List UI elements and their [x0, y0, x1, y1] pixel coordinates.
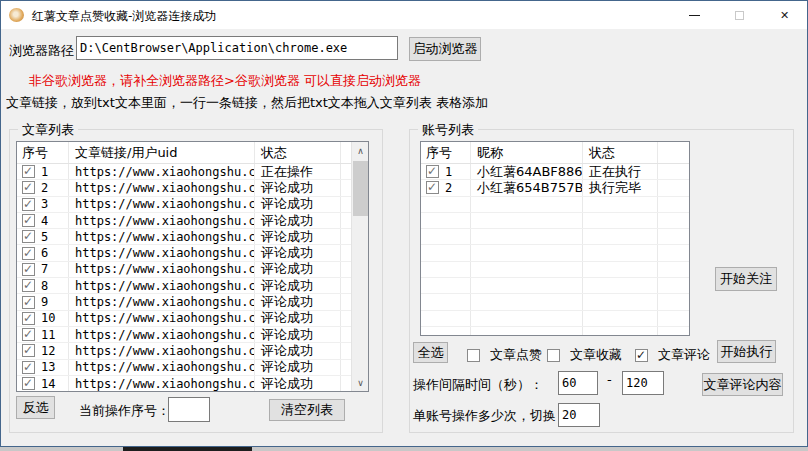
row-index: 9 [41, 295, 48, 309]
row-checkbox[interactable]: ✓ [22, 198, 35, 211]
article-row[interactable]: ✓13https://www.xiaohongshu.co...评论成功 [17, 360, 353, 376]
row-checkbox[interactable]: ✓ [22, 247, 35, 260]
row-status: 评论成功 [255, 278, 341, 293]
scroll-up-icon[interactable]: ∧ [352, 142, 369, 159]
interval-min-input[interactable] [558, 371, 598, 395]
browser-path-input[interactable] [76, 36, 398, 60]
row-index: 2 [41, 181, 48, 195]
row-index: 3 [41, 197, 48, 211]
article-row[interactable]: ✓3https://www.xiaohongshu.co...评论成功 [17, 197, 353, 213]
row-index: 1 [41, 165, 48, 179]
row-checkbox[interactable]: ✓ [426, 165, 439, 178]
article-row[interactable]: ✓12https://www.xiaohongshu.co...评论成功 [17, 343, 353, 359]
row-checkbox[interactable]: ✓ [22, 230, 35, 243]
row-status: 评论成功 [255, 213, 341, 228]
start-execute-button[interactable]: 开始执行 [717, 340, 776, 363]
article-table[interactable]: 序号 文章链接/用户uid 状态 ✓1https://www.xiaohongs… [16, 141, 369, 392]
row-index: 10 [41, 311, 55, 325]
start-follow-button[interactable]: 开始关注 [715, 267, 777, 291]
row-checkbox[interactable]: ✓ [22, 181, 35, 194]
row-checkbox[interactable]: ✓ [22, 296, 35, 309]
account-row-empty [421, 213, 689, 229]
empty-cell [658, 294, 689, 309]
article-row[interactable]: ✓4https://www.xiaohongshu.co...评论成功 [17, 213, 353, 229]
empty-cell [471, 311, 583, 326]
article-row[interactable]: ✓7https://www.xiaohongshu.co...评论成功 [17, 262, 353, 278]
row-checkbox[interactable]: ✓ [426, 181, 439, 194]
row-status: 评论成功 [255, 294, 341, 309]
empty-cell [421, 294, 471, 309]
article-table-scrollbar[interactable]: ∧ ∨ [351, 142, 368, 391]
launch-browser-button[interactable]: 启动浏览器 [409, 37, 481, 61]
warning-text: 非谷歌浏览器，请补全浏览器路径>谷歌浏览器 可以直接启动浏览器 [29, 72, 421, 90]
row-checkbox[interactable]: ✓ [22, 214, 35, 227]
empty-cell [583, 278, 658, 293]
comment-content-button[interactable]: 文章评论内容 [702, 373, 783, 396]
minimize-button[interactable] [672, 1, 717, 29]
scroll-thumb[interactable] [353, 161, 368, 216]
empty-cell [658, 245, 689, 260]
empty-cell [658, 213, 689, 228]
row-checkbox[interactable]: ✓ [22, 377, 35, 390]
article-row[interactable]: ✓5https://www.xiaohongshu.co...评论成功 [17, 229, 353, 245]
article-row[interactable]: ✓2https://www.xiaohongshu.co...评论成功 [17, 180, 353, 196]
row-status: 评论成功 [255, 229, 341, 244]
article-row[interactable]: ✓1https://www.xiaohongshu.co...正在操作 [17, 164, 353, 180]
account-row-empty [421, 262, 689, 278]
checkbox-article-comment[interactable]: ✓ 文章评论 [635, 346, 710, 364]
row-checkbox[interactable]: ✓ [22, 328, 35, 341]
empty-cell [421, 262, 471, 277]
account-table-body: ✓1小红薯64ABF886正在执行✓2小红薯654B757B执行完毕 [421, 164, 689, 336]
article-row[interactable]: ✓9https://www.xiaohongshu.co...评论成功 [17, 294, 353, 310]
article-list-panel: 文章列表 序号 文章链接/用户uid 状态 ✓1https://www.xiao… [9, 129, 383, 433]
title-bar[interactable]: 红薯文章点赞收藏-浏览器连接成功 ✕ [1, 1, 807, 29]
interval-dash: - [607, 372, 612, 387]
current-index-input[interactable] [168, 397, 210, 422]
per-account-input[interactable] [558, 403, 600, 427]
current-index-label: 当前操作序号： [79, 402, 170, 420]
article-row[interactable]: ✓6https://www.xiaohongshu.co...评论成功 [17, 245, 353, 261]
row-index-cell: ✓4 [17, 213, 69, 228]
row-checkbox[interactable]: ✓ [22, 312, 35, 325]
row-index: 1 [445, 165, 452, 179]
row-checkbox[interactable]: ✓ [22, 361, 35, 374]
empty-cell [421, 229, 471, 244]
row-index-cell: ✓3 [17, 197, 69, 212]
row-index: 14 [41, 377, 55, 391]
row-checkbox[interactable]: ✓ [22, 263, 35, 276]
article-row[interactable]: ✓11https://www.xiaohongshu.co...评论成功 [17, 327, 353, 343]
empty-cell [421, 327, 471, 336]
article-row[interactable]: ✓8https://www.xiaohongshu.co...评论成功 [17, 278, 353, 294]
row-checkbox[interactable]: ✓ [22, 279, 35, 292]
account-table[interactable]: 序号 昵称 状态 ✓1小红薯64ABF886正在执行✓2小红薯654B757B执… [420, 141, 690, 336]
article-row[interactable]: ✓10https://www.xiaohongshu.co...评论成功 [17, 311, 353, 327]
empty-cell [421, 278, 471, 293]
interval-max-input[interactable] [622, 371, 664, 395]
empty-cell [583, 294, 658, 309]
select-all-button[interactable]: 全选 [413, 342, 448, 363]
empty-cell [471, 262, 583, 277]
row-status: 评论成功 [255, 343, 341, 358]
checkbox-article-like[interactable]: ✓ 文章点赞 [467, 346, 542, 364]
row-link: https://www.xiaohongshu.co... [69, 180, 255, 195]
empty-cell [421, 245, 471, 260]
row-status: 评论成功 [255, 327, 341, 342]
row-index: 2 [445, 181, 452, 195]
checkbox-article-favorite[interactable]: ✓ 文章收藏 [547, 346, 622, 364]
row-checkbox[interactable]: ✓ [22, 344, 35, 357]
account-panel-title: 账号列表 [418, 121, 478, 139]
close-button[interactable]: ✕ [762, 1, 807, 29]
app-window: 红薯文章点赞收藏-浏览器连接成功 ✕ 浏览器路径： 启动浏览器 非谷歌浏览器，请… [0, 0, 808, 447]
row-nickname: 小红薯64ABF886 [471, 164, 583, 179]
clear-list-button[interactable]: 清空列表 [269, 399, 345, 421]
account-row[interactable]: ✓2小红薯654B757B执行完毕 [421, 180, 689, 196]
row-status: 评论成功 [255, 245, 341, 260]
invert-selection-button[interactable]: 反选 [16, 396, 55, 419]
row-link: https://www.xiaohongshu.co... [69, 229, 255, 244]
row-checkbox[interactable]: ✓ [22, 165, 35, 178]
empty-cell [471, 245, 583, 260]
account-row[interactable]: ✓1小红薯64ABF886正在执行 [421, 164, 689, 180]
article-row[interactable]: ✓14https://www.xiaohongshu.co...评论成功 [17, 376, 353, 392]
scroll-down-icon[interactable]: ∨ [352, 374, 369, 391]
empty-cell [583, 197, 658, 212]
